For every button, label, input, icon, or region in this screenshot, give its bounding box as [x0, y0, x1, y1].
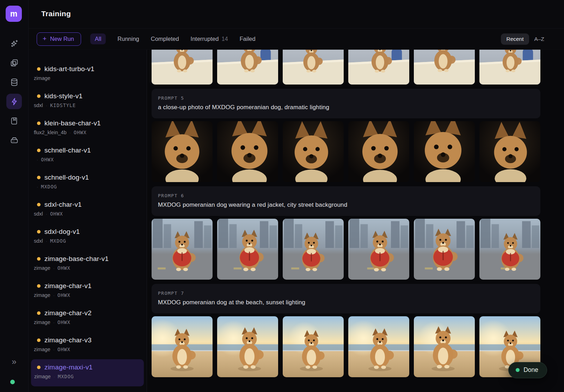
- prompt-label: PROMPT 5: [158, 95, 534, 101]
- result-image[interactable]: [152, 49, 213, 85]
- result-image[interactable]: [348, 219, 409, 280]
- run-model: sdxl: [34, 238, 43, 244]
- prompt-card: PROMPT 5 a close-up photo of MXDOG pomer…: [152, 89, 540, 118]
- dog-photo-illustration: [348, 219, 409, 280]
- run-list-item[interactable]: kids-art-turbo-v1 zimage: [28, 61, 147, 88]
- filter-tab[interactable]: Failed: [240, 36, 256, 42]
- run-subtitle: sdxl · MXDOG: [34, 238, 143, 244]
- run-model: zimage: [34, 75, 50, 81]
- prompt-text: a close-up photo of MXDOG pomeranian dog…: [158, 104, 534, 111]
- dog-photo-illustration: [479, 219, 540, 280]
- filter-tabs: AllRunningCompletedInterrupted14Failed: [90, 33, 256, 44]
- run-list-item[interactable]: kids-style-v1 sdxl · KIDSTYLE: [28, 88, 147, 115]
- book-icon[interactable]: [6, 113, 22, 129]
- run-token: OHWX: [57, 319, 70, 325]
- image-row-office: [152, 49, 540, 85]
- rail-nav: [0, 36, 28, 148]
- run-model: sdxl: [34, 102, 43, 108]
- dog-photo-illustration: [152, 49, 213, 85]
- run-token: OHWX: [57, 265, 70, 271]
- run-separator: ·: [37, 157, 38, 162]
- run-separator: ·: [54, 374, 55, 379]
- result-image[interactable]: [283, 121, 344, 182]
- result-image[interactable]: [217, 121, 278, 182]
- run-list-item[interactable]: zimage-char-v2 zimage · OHWX: [28, 305, 147, 332]
- filter-tab[interactable]: All: [90, 33, 106, 44]
- run-list-item[interactable]: zimage-char-v3 zimage · OHWX: [28, 332, 147, 359]
- sort-option[interactable]: A–Z: [534, 36, 544, 42]
- result-image[interactable]: [414, 219, 475, 280]
- run-separator: ·: [37, 184, 38, 189]
- run-list-item[interactable]: zimage-base-char-v1 zimage · OHWX: [28, 251, 147, 278]
- run-status-dot: [37, 149, 41, 152]
- result-image[interactable]: [414, 121, 475, 182]
- result-image[interactable]: [414, 316, 475, 377]
- run-token: MXDOG: [50, 238, 66, 244]
- run-subtitle: zimage · OHWX: [34, 347, 143, 352]
- result-image[interactable]: [283, 49, 344, 85]
- result-image[interactable]: [152, 121, 213, 182]
- database-icon[interactable]: [6, 74, 22, 90]
- lightning-icon[interactable]: [6, 94, 22, 109]
- result-image[interactable]: [217, 219, 278, 280]
- filter-tab[interactable]: Interrupted14: [191, 36, 228, 42]
- dog-photo-illustration: [348, 49, 409, 85]
- run-token: MXDOG: [41, 184, 57, 189]
- dog-photo-illustration: [283, 219, 344, 280]
- dog-photo-illustration: [414, 121, 475, 182]
- result-image[interactable]: [348, 316, 409, 377]
- run-name: sdxl-dog-v1: [44, 228, 80, 236]
- done-button[interactable]: Done: [508, 362, 547, 378]
- result-image[interactable]: [479, 121, 540, 182]
- run-list-item[interactable]: sdxl-dog-v1 sdxl · MXDOG: [28, 224, 147, 251]
- run-separator: ·: [46, 103, 47, 108]
- result-image[interactable]: [479, 49, 540, 85]
- run-list-item[interactable]: schnell-dog-v1 · MXDOG: [28, 169, 147, 197]
- result-image[interactable]: [414, 49, 475, 85]
- result-image[interactable]: [217, 316, 278, 377]
- page-title: Training: [41, 10, 71, 18]
- result-image[interactable]: [348, 121, 409, 182]
- dog-photo-illustration: [414, 49, 475, 85]
- run-list-item[interactable]: schnell-char-v1 · OHWX: [28, 142, 147, 169]
- run-name: zimage-char-v2: [44, 309, 92, 317]
- plus-icon: +: [43, 35, 47, 42]
- result-image[interactable]: [217, 49, 278, 85]
- run-list-item[interactable]: sdxl · KIDSART: [28, 49, 147, 61]
- run-subtitle: flux2_klein_4b · OHWX: [34, 130, 143, 135]
- run-list-item[interactable]: klein-base-char-v1 flux2_klein_4b · OHWX: [28, 115, 147, 142]
- result-image[interactable]: [283, 316, 344, 377]
- run-list-item[interactable]: zimage-maxi-v1 zimage · MXDOG: [31, 359, 144, 386]
- drive-icon[interactable]: [6, 132, 22, 148]
- training-app: m: [0, 0, 564, 392]
- run-list-item[interactable]: sdxl-char-v1 sdxl · OHWX: [28, 197, 147, 224]
- sparkles-icon[interactable]: [6, 36, 22, 51]
- new-run-button[interactable]: + New Run: [37, 32, 81, 46]
- dog-photo-illustration: [414, 219, 475, 280]
- result-image[interactable]: [152, 219, 213, 280]
- result-image[interactable]: [348, 49, 409, 85]
- prompt-label: PROMPT 6: [158, 193, 534, 198]
- dog-photo-illustration: [283, 49, 344, 85]
- run-status-dot: [37, 203, 41, 206]
- collapse-sidebar-button[interactable]: »: [0, 357, 28, 366]
- result-image[interactable]: [283, 219, 344, 280]
- dog-photo-illustration: [283, 316, 344, 377]
- app-logo[interactable]: m: [6, 6, 22, 22]
- dog-photo-illustration: [217, 49, 278, 85]
- run-separator: ·: [53, 293, 55, 298]
- sort-option[interactable]: Recent: [501, 33, 529, 45]
- dog-photo-illustration: [217, 121, 278, 182]
- run-token: OHWX: [57, 292, 70, 298]
- filter-tab[interactable]: Running: [117, 36, 139, 42]
- run-name: schnell-dog-v1: [44, 174, 89, 181]
- run-subtitle: zimage · OHWX: [34, 265, 143, 271]
- gallery-icon[interactable]: [6, 55, 22, 70]
- run-list-item[interactable]: zimage-char-v1 zimage · OHWX: [28, 278, 147, 305]
- dog-photo-illustration: [283, 121, 344, 182]
- result-image[interactable]: [479, 219, 540, 280]
- run-subtitle: zimage · OHWX: [34, 319, 143, 325]
- filter-tab[interactable]: Completed: [151, 36, 179, 42]
- result-image[interactable]: [152, 316, 213, 377]
- run-subtitle: zimage · MXDOG: [34, 374, 140, 379]
